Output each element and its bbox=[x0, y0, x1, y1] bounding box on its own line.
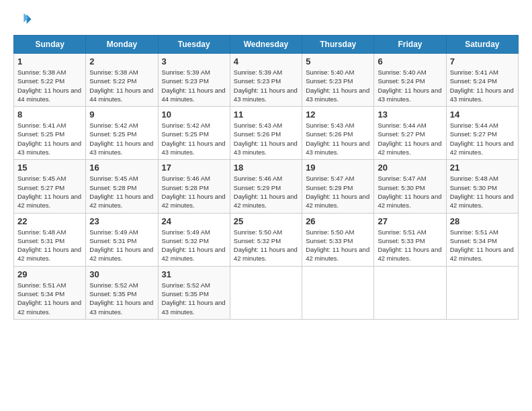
day-info: Sunrise: 5:42 AM Sunset: 5:25 PM Dayligh… bbox=[89, 121, 154, 156]
day-number: 14 bbox=[450, 109, 515, 120]
daylight-label: Daylight: 11 hours and 43 minutes. bbox=[306, 140, 369, 156]
calendar-cell: 18 Sunrise: 5:46 AM Sunset: 5:29 PM Dayl… bbox=[230, 160, 302, 213]
sunset-label: Sunset: 5:28 PM bbox=[89, 184, 136, 191]
day-number: 15 bbox=[17, 163, 82, 173]
day-number: 19 bbox=[306, 163, 370, 173]
daylight-label: Daylight: 11 hours and 43 minutes. bbox=[306, 87, 369, 103]
week-row-2: 8 Sunrise: 5:41 AM Sunset: 5:25 PM Dayli… bbox=[14, 107, 519, 160]
sunset-label: Sunset: 5:23 PM bbox=[162, 77, 209, 85]
day-info: Sunrise: 5:40 AM Sunset: 5:23 PM Dayligh… bbox=[306, 68, 370, 103]
day-info: Sunrise: 5:45 AM Sunset: 5:28 PM Dayligh… bbox=[89, 174, 154, 210]
daylight-label: Daylight: 11 hours and 43 minutes. bbox=[378, 87, 441, 103]
days-header-row: SundayMondayTuesdayWednesdayThursdayFrid… bbox=[14, 36, 519, 54]
day-info: Sunrise: 5:47 AM Sunset: 5:30 PM Dayligh… bbox=[378, 174, 442, 210]
day-info: Sunrise: 5:41 AM Sunset: 5:25 PM Dayligh… bbox=[17, 121, 82, 156]
sunset-label: Sunset: 5:32 PM bbox=[162, 237, 209, 244]
sunset-label: Sunset: 5:33 PM bbox=[378, 237, 425, 244]
calendar-table: SundayMondayTuesdayWednesdayThursdayFrid… bbox=[13, 35, 519, 320]
sunrise-label: Sunrise: 5:46 AM bbox=[234, 175, 282, 182]
logo-icon bbox=[13, 11, 32, 30]
calendar-cell: 5 Sunrise: 5:40 AM Sunset: 5:23 PM Dayli… bbox=[302, 54, 374, 107]
daylight-label: Daylight: 11 hours and 42 minutes. bbox=[162, 193, 226, 209]
day-info: Sunrise: 5:43 AM Sunset: 5:26 PM Dayligh… bbox=[306, 121, 370, 156]
sunset-label: Sunset: 5:32 PM bbox=[234, 237, 281, 244]
calendar-cell bbox=[230, 266, 302, 319]
calendar-cell: 31 Sunrise: 5:52 AM Sunset: 5:35 PM Dayl… bbox=[158, 266, 230, 319]
sunset-label: Sunset: 5:29 PM bbox=[234, 184, 281, 191]
sunset-label: Sunset: 5:31 PM bbox=[89, 237, 136, 244]
sunrise-label: Sunrise: 5:42 AM bbox=[89, 122, 138, 129]
day-number: 2 bbox=[89, 56, 154, 66]
day-info: Sunrise: 5:52 AM Sunset: 5:35 PM Dayligh… bbox=[89, 281, 154, 316]
day-number: 13 bbox=[378, 109, 442, 120]
sunrise-label: Sunrise: 5:38 AM bbox=[89, 68, 138, 76]
daylight-label: Daylight: 11 hours and 44 minutes. bbox=[17, 87, 81, 103]
sunset-label: Sunset: 5:33 PM bbox=[306, 237, 353, 244]
calendar-cell: 1 Sunrise: 5:38 AM Sunset: 5:22 PM Dayli… bbox=[14, 54, 86, 107]
daylight-label: Daylight: 11 hours and 43 minutes. bbox=[89, 299, 153, 315]
daylight-label: Daylight: 11 hours and 43 minutes. bbox=[162, 140, 226, 156]
week-row-4: 22 Sunrise: 5:48 AM Sunset: 5:31 PM Dayl… bbox=[14, 213, 519, 266]
daylight-label: Daylight: 11 hours and 42 minutes. bbox=[306, 246, 369, 262]
day-header-sunday: Sunday bbox=[14, 36, 86, 54]
day-header-tuesday: Tuesday bbox=[158, 36, 230, 54]
calendar-cell: 12 Sunrise: 5:43 AM Sunset: 5:26 PM Dayl… bbox=[302, 107, 374, 160]
day-info: Sunrise: 5:38 AM Sunset: 5:22 PM Dayligh… bbox=[17, 68, 82, 103]
calendar-cell bbox=[374, 266, 446, 319]
sunset-label: Sunset: 5:27 PM bbox=[450, 130, 497, 138]
sunrise-label: Sunrise: 5:49 AM bbox=[162, 228, 210, 236]
sunset-label: Sunset: 5:35 PM bbox=[162, 290, 209, 298]
day-header-monday: Monday bbox=[86, 36, 158, 54]
calendar-cell: 22 Sunrise: 5:48 AM Sunset: 5:31 PM Dayl… bbox=[14, 213, 86, 266]
day-info: Sunrise: 5:45 AM Sunset: 5:27 PM Dayligh… bbox=[17, 174, 82, 210]
calendar-cell: 6 Sunrise: 5:40 AM Sunset: 5:24 PM Dayli… bbox=[374, 54, 446, 107]
calendar-cell: 19 Sunrise: 5:47 AM Sunset: 5:29 PM Dayl… bbox=[302, 160, 374, 213]
daylight-label: Daylight: 11 hours and 42 minutes. bbox=[450, 193, 514, 209]
calendar-cell: 3 Sunrise: 5:39 AM Sunset: 5:23 PM Dayli… bbox=[158, 54, 230, 107]
sunrise-label: Sunrise: 5:43 AM bbox=[306, 122, 354, 129]
sunrise-label: Sunrise: 5:51 AM bbox=[378, 228, 426, 236]
sunset-label: Sunset: 5:25 PM bbox=[89, 130, 136, 138]
sunset-label: Sunset: 5:26 PM bbox=[306, 130, 353, 138]
sunrise-label: Sunrise: 5:51 AM bbox=[17, 281, 66, 289]
calendar-cell bbox=[302, 266, 374, 319]
calendar-cell: 30 Sunrise: 5:52 AM Sunset: 5:35 PM Dayl… bbox=[86, 266, 158, 319]
day-number: 7 bbox=[450, 56, 515, 66]
day-info: Sunrise: 5:51 AM Sunset: 5:34 PM Dayligh… bbox=[450, 228, 515, 263]
sunset-label: Sunset: 5:26 PM bbox=[234, 130, 281, 138]
sunrise-label: Sunrise: 5:49 AM bbox=[89, 228, 138, 236]
calendar-cell: 10 Sunrise: 5:42 AM Sunset: 5:25 PM Dayl… bbox=[158, 107, 230, 160]
sunrise-label: Sunrise: 5:39 AM bbox=[234, 68, 282, 76]
sunset-label: Sunset: 5:31 PM bbox=[17, 237, 64, 244]
day-number: 30 bbox=[89, 269, 154, 279]
sunrise-label: Sunrise: 5:52 AM bbox=[162, 281, 210, 289]
sunset-label: Sunset: 5:29 PM bbox=[306, 184, 353, 191]
calendar-cell: 2 Sunrise: 5:38 AM Sunset: 5:22 PM Dayli… bbox=[86, 54, 158, 107]
day-number: 12 bbox=[306, 109, 370, 120]
sunrise-label: Sunrise: 5:44 AM bbox=[378, 122, 426, 129]
day-info: Sunrise: 5:41 AM Sunset: 5:24 PM Dayligh… bbox=[450, 68, 515, 103]
sunset-label: Sunset: 5:24 PM bbox=[378, 77, 425, 85]
logo bbox=[13, 11, 35, 30]
day-info: Sunrise: 5:47 AM Sunset: 5:29 PM Dayligh… bbox=[306, 174, 370, 210]
sunset-label: Sunset: 5:25 PM bbox=[162, 130, 209, 138]
sunrise-label: Sunrise: 5:48 AM bbox=[17, 228, 66, 236]
day-info: Sunrise: 5:52 AM Sunset: 5:35 PM Dayligh… bbox=[162, 281, 226, 316]
sunset-label: Sunset: 5:35 PM bbox=[89, 290, 136, 298]
sunset-label: Sunset: 5:24 PM bbox=[450, 77, 497, 85]
day-info: Sunrise: 5:50 AM Sunset: 5:33 PM Dayligh… bbox=[306, 228, 370, 263]
sunset-label: Sunset: 5:27 PM bbox=[378, 130, 425, 138]
sunrise-label: Sunrise: 5:47 AM bbox=[306, 175, 354, 182]
daylight-label: Daylight: 11 hours and 42 minutes. bbox=[17, 193, 81, 209]
sunrise-label: Sunrise: 5:50 AM bbox=[234, 228, 282, 236]
day-info: Sunrise: 5:46 AM Sunset: 5:29 PM Dayligh… bbox=[234, 174, 298, 210]
daylight-label: Daylight: 11 hours and 42 minutes. bbox=[378, 246, 441, 262]
sunrise-label: Sunrise: 5:40 AM bbox=[378, 68, 426, 76]
day-info: Sunrise: 5:51 AM Sunset: 5:34 PM Dayligh… bbox=[17, 281, 82, 316]
sunrise-label: Sunrise: 5:39 AM bbox=[162, 68, 210, 76]
daylight-label: Daylight: 11 hours and 42 minutes. bbox=[450, 246, 514, 262]
sunrise-label: Sunrise: 5:52 AM bbox=[89, 281, 138, 289]
day-number: 1 bbox=[17, 56, 82, 66]
sunset-label: Sunset: 5:23 PM bbox=[234, 77, 281, 85]
sunrise-label: Sunrise: 5:43 AM bbox=[234, 122, 282, 129]
